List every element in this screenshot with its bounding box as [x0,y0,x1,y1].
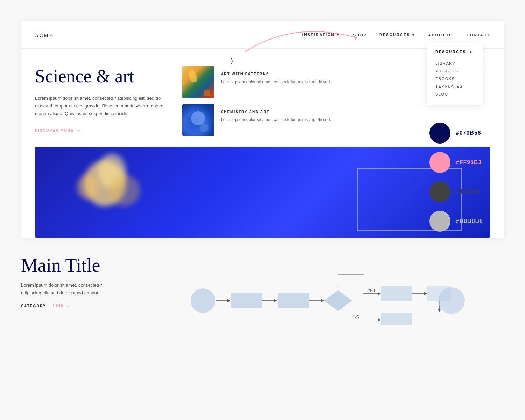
smoke-effect [70,154,175,238]
bottom-title: Main Title [21,255,119,276]
discover-label: DISCOVER MORE [35,128,74,132]
hero-title: Science & art [35,66,168,86]
dropdown-item-library[interactable]: LIBRARY [435,59,472,67]
bottom-body: Lorem ipsum dolor sit amet, consectetur … [21,281,119,297]
art-card-title-chemistry: CHEMISTRY AND ART [221,110,483,114]
hero-left: Science & art Lorem ipsum dolor sit amet… [35,66,168,136]
cursor-icon: 〉 [230,56,233,65]
svg-marker-12 [378,292,381,295]
swatch-navy [429,122,450,144]
smoke-puff-4 [108,175,140,206]
svg-point-1 [191,288,215,313]
svg-marker-16 [424,292,427,295]
flowchart-area: YES NO [140,255,504,327]
nav-link-resources[interactable]: RESOURCES ▼ [379,33,416,37]
logo-text: ACME [35,33,53,38]
swatch-label-gray: #B8B8B8 [456,218,483,224]
flowchart-svg: YES NO [140,255,504,325]
dropdown-item-templates[interactable]: TEMPLATES [435,83,472,90]
logo-area: ACME [35,31,53,38]
nav-links: INSPIRATION ▼ SHOP RESOURCES ▼ ABOUT US … [302,31,490,38]
swatch-dark [429,181,450,202]
svg-point-25 [438,287,465,314]
nav-item-shop[interactable]: SHOP [353,31,367,38]
logo-line [35,31,49,31]
swatch-label-navy: #070B56 [456,130,481,136]
chevron-down-icon: ▼ [412,33,416,37]
bottom-meta: CATEGORY LINK → [21,304,119,308]
swatch-row-pink: #FF95B3 [429,152,483,173]
category-label: CATEGORY [21,304,46,308]
swatch-gray [429,211,450,232]
hero-banner-inner [35,147,490,238]
link-label: LINK [53,304,64,308]
nav-link-about[interactable]: ABOUT US [428,33,454,37]
svg-marker-6 [274,299,277,302]
art-card-image-chemistry [182,104,214,136]
svg-marker-10 [324,290,352,311]
swatch-label-dark: #414141 [456,189,480,195]
swatch-row-dark: #414141 [429,181,483,202]
svg-marker-3 [227,299,230,302]
nav-link-shop[interactable]: SHOP [353,33,367,37]
nav-link-contact[interactable]: CONTACT [467,33,490,37]
swatch-row-gray: #B8B8B8 [429,211,483,232]
chevron-up-icon: ▲ [469,50,472,54]
svg-marker-9 [321,299,324,302]
bottom-section: Main Title Lorem ipsum dolor sit amet, c… [0,238,525,341]
dropdown-item-ebooks[interactable]: EBOOKS [435,75,472,83]
svg-rect-7 [278,293,309,308]
dropdown-title: RESOURCES [435,50,466,54]
swatch-pink [429,152,450,173]
nav-item-about[interactable]: ABOUT US [428,31,454,38]
main-card: ACME INSPIRATION ▼ SHOP RESOURCES ▼ ABOU… [21,21,504,238]
swatch-label-pink: #FF95B3 [456,159,482,166]
art-card-image-patterns [182,66,214,98]
hero-body: Lorem ipsum dolor sit amet, consectetur … [35,94,168,118]
svg-text:YES: YES [368,288,375,293]
svg-rect-24 [381,313,412,325]
nav-item-contact[interactable]: CONTACT [467,31,490,38]
swatches-panel: #070B56 #FF95B3 #414141 #B8B8B8 [429,122,483,232]
nav-item-inspiration[interactable]: INSPIRATION ▼ [302,33,341,37]
smoke-puff-3 [77,175,98,199]
svg-rect-14 [381,286,412,301]
dropdown-header: RESOURCES ▲ [435,50,472,54]
dropdown-panel: RESOURCES ▲ LIBRARY ARTICLES EBOOKS TEMP… [427,43,483,105]
hero-banner [35,147,490,238]
svg-text:NO: NO [354,315,359,319]
svg-rect-4 [231,293,262,308]
arrow-icon: → [77,127,82,133]
nav-link-inspiration[interactable]: INSPIRATION ▼ [302,33,341,37]
chevron-down-icon: ▼ [336,33,341,37]
nav-item-resources[interactable]: RESOURCES ▼ [379,33,416,37]
bottom-link[interactable]: LINK → [53,304,70,308]
discover-more-link[interactable]: DISCOVER MORE → [35,127,168,133]
bottom-left: Main Title Lorem ipsum dolor sit amet, c… [21,255,119,327]
svg-marker-23 [378,318,381,321]
dropdown-item-articles[interactable]: ARTICLES [435,67,472,75]
dropdown-item-blog[interactable]: BLOG [435,90,472,98]
svg-marker-19 [438,309,441,312]
swatch-row-navy: #070B56 [429,122,483,144]
arrow-icon: → [66,304,70,308]
